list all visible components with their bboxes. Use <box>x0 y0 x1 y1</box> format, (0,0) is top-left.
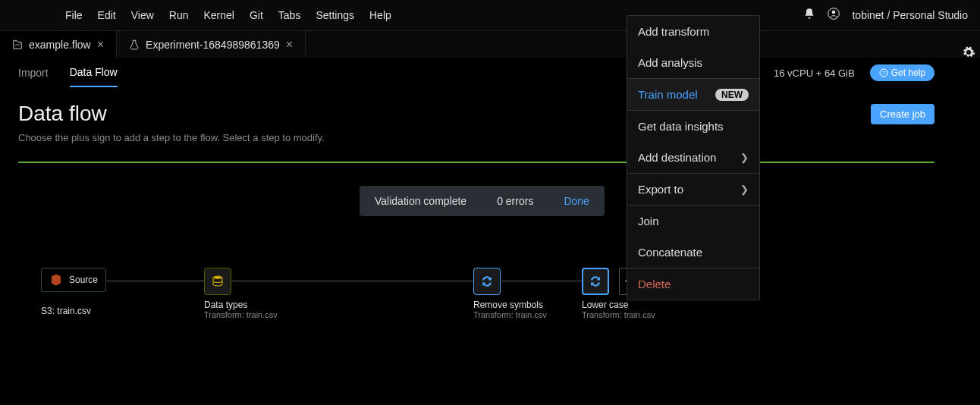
menu-add-transform[interactable]: Add transform <box>627 16 759 47</box>
tab-label: example.flow <box>29 39 91 51</box>
transform-icon <box>589 275 602 288</box>
transform-icon <box>480 275 494 288</box>
page-title: Data flow <box>18 102 107 126</box>
tab-example-flow[interactable]: example.flow × <box>0 31 117 58</box>
get-help-button[interactable]: ? Get help <box>870 64 934 81</box>
validation-status: Validation complete <box>375 195 466 207</box>
flask-icon <box>129 39 140 50</box>
menu-add-destination[interactable]: Add destination ❯ <box>627 142 759 173</box>
help-icon: ? <box>879 68 888 77</box>
close-icon[interactable]: × <box>286 38 293 52</box>
svg-point-1 <box>832 11 836 14</box>
menu-tabs[interactable]: Tabs <box>278 9 301 21</box>
chevron-right-icon: ❯ <box>740 184 749 195</box>
user-icon[interactable] <box>828 8 840 23</box>
menu-settings[interactable]: Settings <box>316 9 354 21</box>
node-remove-symbols[interactable]: Remove symbols Transform: train.csv <box>473 268 547 319</box>
svg-text:?: ? <box>882 71 885 76</box>
flow-file-icon <box>12 39 23 50</box>
menu-git[interactable]: Git <box>250 9 263 21</box>
user-label[interactable]: tobinet / Personal Studio <box>852 9 968 21</box>
subtab-bar: Import Data Flow 16 vCPU + 64 GiB ? Get … <box>18 58 934 88</box>
notifications-icon[interactable] <box>803 8 815 23</box>
menu-kernel[interactable]: Kernel <box>203 9 234 21</box>
node-lower-sub: Transform: train.csv <box>582 310 655 319</box>
file-tabstrip: example.flow × Experiment-1684989861369 … <box>0 30 980 58</box>
node-context-menu: Add transform Add analysis Train model N… <box>627 15 760 300</box>
database-icon <box>211 275 225 288</box>
resource-label: 16 vCPU + 64 GiB <box>774 68 855 79</box>
tab-label: Experiment-1684989861369 <box>146 39 280 51</box>
node-datatypes-sub: Transform: train.csv <box>204 310 278 319</box>
chevron-right-icon: ❯ <box>740 152 749 163</box>
menu-view[interactable]: View <box>131 9 154 21</box>
create-job-button[interactable]: Create job <box>871 104 934 124</box>
main-panel: Import Data Flow 16 vCPU + 64 GiB ? Get … <box>0 58 953 405</box>
node-datatypes[interactable]: Data types Transform: train.csv <box>204 268 278 319</box>
flow-canvas[interactable]: Validation complete 0 errors Done Source… <box>18 162 934 404</box>
close-icon[interactable]: × <box>97 38 104 52</box>
svg-point-4 <box>213 276 222 280</box>
s3-icon <box>49 273 63 287</box>
node-remove-title: Remove symbols <box>473 300 547 310</box>
menu-delete[interactable]: Delete <box>627 268 759 300</box>
main-menu: File Edit View Run Kernel Git Tabs Setti… <box>65 9 391 21</box>
menu-run[interactable]: Run <box>169 9 189 21</box>
node-source[interactable]: Source S3: train.csv <box>41 268 106 316</box>
subtab-dataflow[interactable]: Data Flow <box>70 58 118 87</box>
subtab-import[interactable]: Import <box>18 59 49 86</box>
menu-file[interactable]: File <box>65 9 83 21</box>
validation-errors: 0 errors <box>497 195 533 207</box>
node-source-title: S3: train.csv <box>41 306 106 316</box>
node-remove-sub: Transform: train.csv <box>473 310 547 319</box>
validation-done-link[interactable]: Done <box>564 195 589 207</box>
menu-concatenate[interactable]: Concatenate <box>627 237 759 268</box>
tab-experiment[interactable]: Experiment-1684989861369 × <box>117 31 306 58</box>
settings-gear-icon[interactable] <box>962 46 975 62</box>
edge <box>102 281 204 281</box>
top-menubar: File Edit View Run Kernel Git Tabs Setti… <box>0 0 980 30</box>
new-badge: NEW <box>715 89 749 101</box>
page-subtitle: Choose the plus sign to add a step to th… <box>18 132 934 143</box>
menu-join[interactable]: Join <box>627 206 759 237</box>
validation-banner: Validation complete 0 errors Done <box>360 186 605 216</box>
node-datatypes-title: Data types <box>204 300 278 310</box>
node-lower-title: Lower case <box>582 300 655 310</box>
get-help-label: Get help <box>891 68 925 78</box>
menu-edit[interactable]: Edit <box>98 9 116 21</box>
menu-add-analysis[interactable]: Add analysis <box>627 47 759 78</box>
node-source-label: Source <box>69 275 98 285</box>
menu-help[interactable]: Help <box>369 9 391 21</box>
menu-train-model[interactable]: Train model NEW <box>627 79 759 110</box>
menu-export-to[interactable]: Export to ❯ <box>627 174 759 205</box>
menu-get-insights[interactable]: Get data insights <box>627 111 759 142</box>
